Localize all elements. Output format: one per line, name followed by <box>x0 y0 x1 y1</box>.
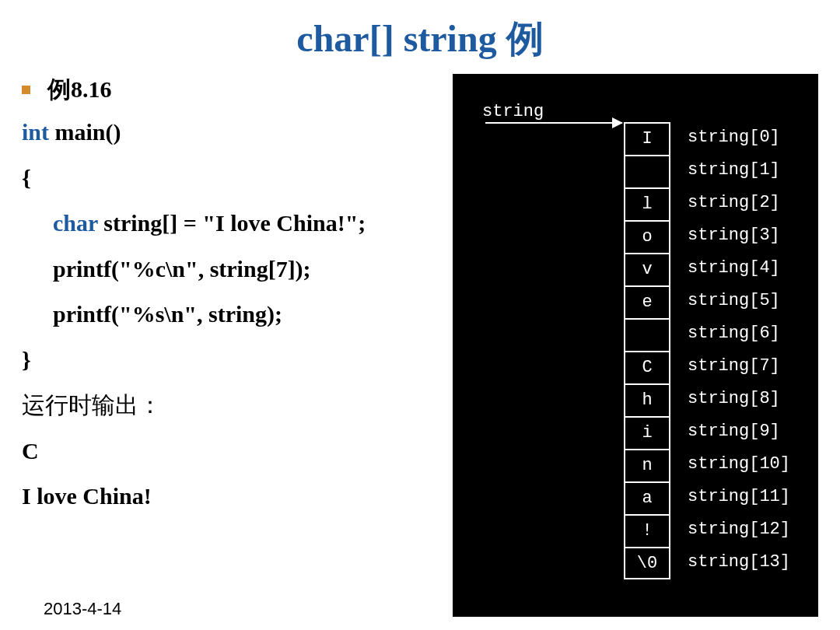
cell: \0 <box>624 547 670 579</box>
slide-title: char[] string 例 <box>0 0 840 72</box>
code-line-1: int main() <box>22 117 457 149</box>
bullet-icon <box>22 86 30 94</box>
index-label: string[6] <box>683 318 790 351</box>
output-line-2: I love China! <box>22 481 457 513</box>
content-area: 例8.16 int main() { char string[] = "I lo… <box>22 74 457 527</box>
cell: n <box>624 449 670 481</box>
index-label: string[8] <box>683 383 790 416</box>
cell: i <box>624 416 670 449</box>
code-text: string[] = "I love China!"; <box>98 210 366 236</box>
index-label: string[5] <box>683 285 790 318</box>
index-label: string[4] <box>683 253 790 285</box>
index-label: string[11] <box>683 481 790 514</box>
output-section: 运行时输出： C I love China! <box>22 390 457 513</box>
output-label: 运行时输出： <box>22 390 457 422</box>
index-label: string[1] <box>683 155 790 187</box>
code-line-4: printf("%s\n", string); <box>22 299 457 331</box>
diagram-var-label: string <box>482 102 544 121</box>
footer-date: 2013-4-14 <box>44 599 121 619</box>
cell: l <box>624 187 670 220</box>
index-label: string[9] <box>683 416 790 449</box>
cell: v <box>624 253 670 285</box>
diagram-labels: string[0] string[1] string[2] string[3] … <box>683 122 790 579</box>
cell: ! <box>624 514 670 547</box>
index-label: string[12] <box>683 514 790 547</box>
index-label: string[3] <box>683 220 790 253</box>
diagram-cells: I l o v e C h i n a ! \0 <box>624 122 670 579</box>
cell: I <box>624 122 670 155</box>
cell <box>624 318 670 351</box>
index-label: string[7] <box>683 351 790 383</box>
output-line-1: C <box>22 436 457 467</box>
keyword-char: char <box>53 210 98 236</box>
cell: h <box>624 383 670 416</box>
cell: e <box>624 285 670 318</box>
code-brace-open: { <box>22 163 457 194</box>
code-line-2: char string[] = "I love China!"; <box>22 208 457 240</box>
arrow-icon <box>485 122 622 124</box>
index-label: string[2] <box>683 187 790 220</box>
keyword-int: int <box>22 119 49 145</box>
cell: o <box>624 220 670 253</box>
cell: C <box>624 351 670 383</box>
cell <box>624 155 670 187</box>
example-label: 例8.16 <box>47 74 112 106</box>
bullet-item: 例8.16 <box>22 74 457 106</box>
memory-diagram: string I l o v e C h i n a ! \0 string[0… <box>453 74 818 617</box>
code-text: main() <box>49 119 121 145</box>
code-line-3: printf("%c\n", string[7]); <box>22 254 457 285</box>
cell: a <box>624 481 670 514</box>
index-label: string[13] <box>683 547 790 579</box>
index-label: string[10] <box>683 449 790 481</box>
code-brace-close: } <box>22 345 457 376</box>
index-label: string[0] <box>683 122 790 155</box>
